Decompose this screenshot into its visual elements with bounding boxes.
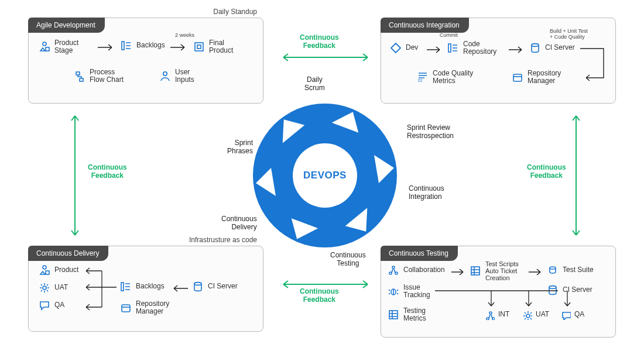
backlogs-duration: 2 weeks (175, 32, 194, 38)
panel-title: Continuous Integration (381, 18, 469, 33)
cycle-center: DEVOPS (293, 143, 357, 208)
annotation-commit: Commit (440, 32, 458, 38)
arrow-right-icon (98, 44, 117, 51)
connector (580, 46, 609, 82)
item-ci-server: CI Server (191, 280, 238, 293)
list-icon (120, 39, 133, 52)
label: Backlogs (136, 42, 165, 49)
item-backlogs: Backlogs (120, 39, 165, 52)
bug-icon (387, 285, 400, 298)
label: User Inputs (175, 68, 194, 84)
panel-subtitle: Daily Standup (213, 8, 257, 16)
arrow-right-icon (529, 269, 545, 276)
item-issue-tracking: Issue Tracking (387, 284, 430, 299)
database-icon (191, 280, 204, 293)
label: UAT (54, 284, 68, 291)
item-repo-manager: Repository Manager (511, 70, 561, 85)
feedback-right: Continuous Feedback (527, 164, 566, 180)
cycle-label-sprint-review: Sprint Review Restrospection (407, 124, 454, 140)
annotation-build: Build + Unit Test + Code Quality (550, 29, 588, 40)
panel-continuous-delivery: Continuous Delivery Infrastrusture as co… (28, 246, 263, 332)
item-backlogs: Backlogs (119, 280, 165, 293)
item-ci-server: CI Server (529, 42, 575, 54)
item-code-repo: Code Repository (447, 40, 496, 56)
cycle-label-ct: Continuous Testing (330, 252, 366, 268)
item-testing-metrics: Testing Metrics (387, 307, 426, 322)
arrow-right-icon (451, 269, 468, 276)
double-arrow-icon (279, 53, 372, 62)
item-product: Product (38, 264, 78, 277)
list-icon (119, 280, 132, 293)
cycle-label-ci: Continuous Integration (409, 185, 444, 201)
panel-title: Continuous Delivery (28, 246, 108, 261)
label: Dev (406, 44, 418, 51)
nodes-icon (387, 264, 400, 277)
label: Product (54, 266, 78, 274)
sheet-icon (469, 264, 482, 277)
shapes-icon (38, 40, 51, 53)
label: CI Server (208, 283, 238, 290)
database-icon (529, 42, 542, 54)
item-dev: Dev (389, 42, 418, 54)
panel-continuous-testing: Continuous Testing Collaboration Test Sc… (381, 246, 616, 338)
item-repo-manager: Repository Manager (119, 300, 169, 315)
panel-agile-development: Agile Development Daily Standup Product … (28, 18, 263, 104)
shapes-icon (38, 264, 51, 277)
database-small-icon (546, 264, 559, 277)
double-arrow-vertical-icon (70, 111, 80, 240)
panel-continuous-integration: Continuous Integration Commit Build + Un… (381, 18, 616, 104)
cycle-label-sprint-phrases: Sprint Phrases (227, 139, 253, 156)
item-test-suite: Test Suite (546, 264, 594, 277)
label: Product Stage (54, 39, 78, 54)
label: Backlogs (136, 283, 165, 290)
double-arrow-icon (279, 280, 372, 289)
arrow-right-icon (427, 46, 444, 53)
cycle-label-daily-scrum: Daily Scrum (304, 76, 325, 92)
dev-icon (389, 42, 402, 54)
gear-icon (38, 281, 51, 294)
label: Code Quality Metrics (433, 70, 473, 85)
binary-icon (416, 71, 429, 84)
double-arrow-vertical-icon (571, 111, 581, 240)
item-qa: QA (38, 299, 64, 312)
item-final-product: Final Product (193, 39, 233, 54)
arrow-right-icon (509, 46, 526, 53)
sheet-icon (387, 308, 400, 321)
connector (435, 288, 587, 314)
devops-cycle: DEVOPS (240, 91, 410, 260)
arrow-right-icon (170, 44, 189, 51)
item-tickets: Test Scripts Auto Ticket Creation (469, 260, 519, 281)
list-icon (447, 42, 460, 54)
flow-icon (73, 70, 86, 82)
item-user-inputs: User Inputs (159, 68, 194, 84)
label: Process Flow Chart (90, 68, 124, 84)
label: Final Product (209, 39, 233, 54)
item-uat: UAT (38, 281, 68, 294)
label: Issue Tracking (403, 284, 430, 299)
label: Testing Metrics (403, 307, 426, 322)
chat-icon (38, 299, 51, 312)
item-process-flow: Process Flow Chart (73, 68, 124, 84)
calendar-icon (119, 301, 132, 314)
feedback-left: Continuous Feedback (88, 164, 127, 180)
connector (81, 266, 117, 313)
user-icon (159, 70, 172, 82)
item-product-stage: Product Stage (38, 39, 78, 54)
label: Test Suite (563, 266, 594, 274)
panel-title: Agile Development (28, 18, 105, 33)
item-collaboration: Collaboration (387, 264, 445, 277)
arrow-left-icon (169, 285, 188, 292)
label: QA (54, 301, 64, 309)
box-icon (193, 40, 205, 53)
label: Test Scripts Auto Ticket Creation (485, 260, 519, 281)
label: CI Server (545, 44, 575, 51)
label: Repository Manager (136, 300, 169, 315)
label: Collaboration (403, 266, 445, 274)
label: Repository Manager (527, 70, 561, 85)
feedback-top: Continuous Feedback (300, 34, 339, 50)
cycle-center-label: DEVOPS (303, 170, 347, 181)
feedback-bottom: Continuous Feedback (300, 288, 339, 304)
calendar-icon (511, 71, 524, 84)
label: Code Repository (463, 40, 496, 56)
item-code-quality: Code Quality Metrics (416, 70, 473, 85)
